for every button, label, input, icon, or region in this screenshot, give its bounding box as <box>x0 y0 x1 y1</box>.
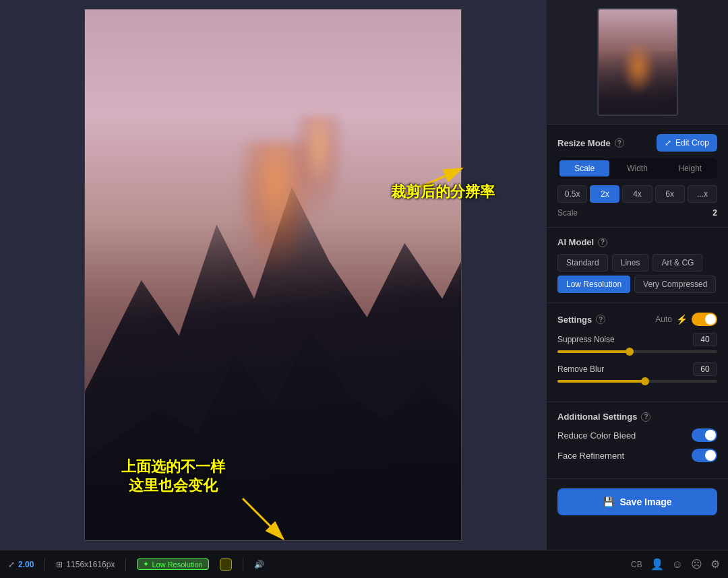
ai-model-badge: ✦ Low Resolution <box>137 558 208 570</box>
tab-height[interactable]: Height <box>665 160 715 176</box>
thumbnail-image <box>597 8 678 116</box>
scale-6x[interactable]: 6x <box>655 185 685 203</box>
scale-custom[interactable]: ...x <box>688 185 717 203</box>
auto-toggle[interactable] <box>692 313 717 326</box>
resize-mode-section: Resize Mode ? ⤢ Edit Crop Scale Width He… <box>547 125 728 228</box>
face-refinement-toggle[interactable] <box>692 449 717 462</box>
face-refinement-label: Face Refinement <box>557 451 624 461</box>
settings-icon[interactable]: ⚙ <box>710 558 720 571</box>
smiley-button[interactable]: ☺ <box>672 558 683 571</box>
model-art-cg[interactable]: Art & CG <box>653 254 702 271</box>
toolbar-sep-3 <box>243 558 243 571</box>
scale-options: 0.5x 2x 4x 6x ...x <box>557 185 717 203</box>
suppress-noise-track[interactable] <box>557 350 717 353</box>
annotation-top: 裁剪后的分辨率 <box>391 182 495 202</box>
scale-2x[interactable]: 2x <box>590 185 619 203</box>
frown-button[interactable]: ☹ <box>691 558 702 571</box>
reduce-color-bleed-label: Reduce Color Bleed <box>557 430 636 441</box>
reduce-color-bleed-knob <box>705 430 716 441</box>
save-image-button[interactable]: 💾 Save Image <box>557 488 717 515</box>
mountain-glow2 <box>292 116 346 217</box>
resize-mode-help[interactable]: ? <box>615 138 624 148</box>
toolbar-right: CB 👤 ☺ ☹ ⚙ <box>631 558 720 571</box>
model-low-resolution[interactable]: Low Resolution <box>557 276 630 293</box>
additional-settings-section: Additional Settings ? Reduce Color Bleed… <box>547 402 728 479</box>
edit-crop-button[interactable]: ⤢ Edit Crop <box>657 134 717 152</box>
orange-badge <box>220 558 232 571</box>
settings-section: Settings ? Auto ⚡ Suppress Noise 40 <box>547 303 728 402</box>
save-icon: 💾 <box>603 496 614 507</box>
bottom-toolbar: ⤢ 2.00 ⊞ 1156x1616px ✦ Low Resolution 🔊 … <box>0 550 728 578</box>
additional-settings-title: Additional Settings ? <box>557 412 650 422</box>
ai-model-section: AI Model ? Standard Lines Art & CG Low R… <box>547 228 728 303</box>
reduce-color-bleed-toggle[interactable] <box>692 428 717 442</box>
thumb-scene <box>599 9 677 115</box>
resize-mode-title: Resize Mode ? <box>557 138 624 148</box>
settings-help[interactable]: ? <box>596 315 605 324</box>
cb-label: CB <box>631 560 642 569</box>
suppress-noise-thumb[interactable] <box>626 348 634 356</box>
suppress-noise-value[interactable]: 40 <box>693 333 717 346</box>
toolbar-sep-2 <box>125 558 126 571</box>
crop-icon: ⤢ <box>665 138 671 148</box>
dimensions-item: ⊞ 1156x1616px <box>56 560 115 569</box>
annotation-bottom: 上面选的不一样 这里也会变化 <box>121 457 225 496</box>
remove-blur-value[interactable]: 60 <box>693 362 717 376</box>
toolbar-sep-1 <box>44 558 45 571</box>
suppress-noise-label: Suppress Noise <box>557 335 615 344</box>
badge-icon: ✦ <box>143 560 149 569</box>
auto-group: Auto ⚡ <box>655 313 717 326</box>
model-very-compressed[interactable]: Very Compressed <box>634 276 716 293</box>
zoom-value: 2.00 <box>18 560 34 569</box>
thumbnail-area <box>547 0 728 125</box>
remove-blur-track[interactable] <box>557 380 717 383</box>
suppress-noise-fill <box>557 350 630 353</box>
settings-title: Settings ? <box>557 315 605 325</box>
toggle-knob <box>705 314 716 325</box>
main-area: 裁剪后的分辨率 上面选的不一样 这里也会变化 Resize Mode ? <box>0 0 728 550</box>
volume-icon: 🔊 <box>254 560 264 569</box>
remove-blur-row: Remove Blur 60 <box>557 362 717 383</box>
volume-item: 🔊 <box>254 560 264 569</box>
ai-model-options: Standard Lines Art & CG Low Resolution V… <box>557 254 717 293</box>
tab-scale[interactable]: Scale <box>559 160 609 176</box>
model-lines[interactable]: Lines <box>612 254 649 271</box>
scale-4x[interactable]: 4x <box>622 185 652 203</box>
remove-blur-fill <box>557 380 645 383</box>
scale-0.5x[interactable]: 0.5x <box>557 185 587 203</box>
scale-value-row: Scale 2 <box>557 208 717 218</box>
reduce-color-bleed-row: Reduce Color Bleed <box>557 428 717 442</box>
face-refinement-knob <box>705 450 716 461</box>
tab-width[interactable]: Width <box>612 160 662 176</box>
resize-mode-tabs: Scale Width Height <box>557 158 717 179</box>
model-standard[interactable]: Standard <box>557 254 608 271</box>
scale-current-value: 2 <box>712 208 717 218</box>
ai-model-title: AI Model ? <box>557 237 607 247</box>
dimensions-value: 1156x1616px <box>66 560 115 569</box>
dimensions-icon: ⊞ <box>56 560 63 569</box>
face-refinement-row: Face Refinement <box>557 449 717 462</box>
ai-model-help[interactable]: ? <box>598 238 607 247</box>
additional-settings-help[interactable]: ? <box>641 412 650 422</box>
lightning-icon: ⚡ <box>676 314 688 325</box>
suppress-noise-row: Suppress Noise 40 <box>557 333 717 353</box>
thumb-glow <box>621 41 655 95</box>
remove-blur-thumb[interactable] <box>641 377 649 385</box>
user-icon: 👤 <box>650 558 664 571</box>
zoom-icon: ⤢ <box>8 560 15 569</box>
zoom-item: ⤢ 2.00 <box>8 560 34 569</box>
right-panel: Resize Mode ? ⤢ Edit Crop Scale Width He… <box>546 0 728 550</box>
remove-blur-label: Remove Blur <box>557 364 604 374</box>
canvas-area: 裁剪后的分辨率 上面选的不一样 这里也会变化 <box>0 0 546 550</box>
